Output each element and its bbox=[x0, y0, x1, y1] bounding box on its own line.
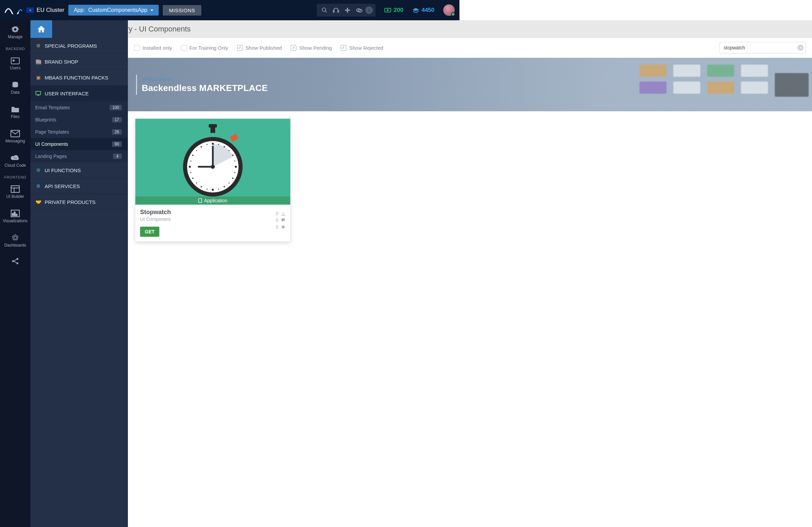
rail-files[interactable]: Files bbox=[0, 100, 30, 125]
filter-label: Show Published bbox=[246, 45, 282, 51]
svg-point-48 bbox=[234, 161, 235, 162]
app-selector[interactable]: App: CustomComponentsApp bbox=[68, 5, 159, 16]
category-label: USER INTERFACE bbox=[45, 91, 89, 97]
sub-blueprints[interactable]: Blueprints17 bbox=[30, 114, 128, 126]
support-icon[interactable] bbox=[331, 5, 341, 15]
card-title: Stopwatch bbox=[140, 209, 171, 216]
svg-rect-20 bbox=[14, 212, 15, 216]
cluster-selector[interactable]: EU Cluster bbox=[26, 7, 64, 14]
sub-page-templates[interactable]: Page Templates26 bbox=[30, 126, 128, 138]
points-stat[interactable]: 4450 bbox=[412, 7, 434, 14]
points-value: 4450 bbox=[422, 7, 434, 14]
missions-button[interactable]: MISSIONS bbox=[163, 5, 201, 16]
rail-cloud-code[interactable]: </> Cloud Code bbox=[0, 149, 30, 173]
rail-dashboards[interactable]: Dashboards bbox=[0, 229, 30, 253]
svg-point-38 bbox=[232, 178, 233, 179]
svg-point-50 bbox=[229, 182, 230, 184]
rail-label: Files bbox=[11, 114, 19, 119]
svg-rect-3 bbox=[338, 11, 339, 13]
category-special-programs[interactable]: ⚙ SPECIAL PROGRAMS bbox=[30, 38, 128, 54]
home-button[interactable] bbox=[30, 20, 52, 38]
category-api-services[interactable]: ⚙ API SERVICES bbox=[30, 178, 128, 194]
svg-point-53 bbox=[196, 182, 197, 184]
category-label: SPECIAL PROGRAMS bbox=[45, 43, 97, 49]
svg-text:</>: </> bbox=[14, 157, 17, 159]
svg-point-36 bbox=[232, 155, 233, 156]
svg-point-24 bbox=[12, 260, 14, 262]
sub-label: Email Templates bbox=[35, 105, 70, 110]
sub-landing-pages[interactable]: Landing Pages4 bbox=[30, 150, 128, 162]
filter-show-pending[interactable]: Show Pending bbox=[291, 45, 332, 51]
monitor-icon bbox=[35, 90, 41, 97]
category-user-interface[interactable]: USER INTERFACE bbox=[30, 86, 128, 101]
gears-icon: ⚙ bbox=[35, 167, 41, 173]
svg-point-43 bbox=[189, 166, 191, 168]
rail-label: Data bbox=[11, 90, 19, 95]
folder-icon bbox=[11, 105, 20, 113]
left-rail: Manage BACKEND Users Data Files Messagin… bbox=[0, 20, 30, 297]
eu-flag-icon bbox=[26, 8, 34, 13]
svg-point-57 bbox=[207, 144, 208, 145]
comment-icon bbox=[281, 218, 286, 223]
user-avatar[interactable] bbox=[443, 4, 455, 16]
category-brand-shop[interactable]: 🏬 BRAND SHOP bbox=[30, 54, 128, 70]
info-icon[interactable]: i bbox=[365, 6, 373, 14]
svg-point-46 bbox=[218, 144, 219, 145]
svg-rect-21 bbox=[16, 214, 17, 216]
sub-count: 17 bbox=[112, 117, 122, 122]
svg-rect-29 bbox=[209, 124, 217, 128]
rail-manage[interactable]: Manage bbox=[0, 20, 30, 45]
rail-users[interactable]: Users bbox=[0, 52, 30, 76]
card-subtitle: UI Component bbox=[140, 217, 171, 222]
star-icon bbox=[281, 224, 286, 229]
handshake-icon: 🤝 bbox=[35, 199, 41, 205]
rail-visualizations[interactable]: Visualizations bbox=[0, 204, 30, 229]
category-label: PRIVATE PRODUCTS bbox=[45, 199, 96, 205]
svg-point-35 bbox=[223, 146, 225, 147]
filter-show-rejected[interactable]: Show Rejected bbox=[341, 45, 383, 51]
layout-icon bbox=[11, 185, 20, 193]
search-icon[interactable] bbox=[319, 5, 330, 15]
graduation-cap-icon bbox=[412, 7, 420, 13]
rail-frontend-header: FRONTEND bbox=[0, 173, 30, 180]
svg-rect-61 bbox=[199, 199, 202, 203]
svg-point-0 bbox=[322, 8, 326, 12]
download-icon bbox=[281, 211, 286, 216]
rail-ui-builder[interactable]: UI Builder bbox=[0, 180, 30, 204]
top-icon-tray: i bbox=[317, 4, 376, 17]
category-mbaas[interactable]: ▣ MBAAS FUNCTION PACKS bbox=[30, 70, 128, 86]
category-private-products[interactable]: 🤝 PRIVATE PRODUCTS bbox=[30, 194, 128, 210]
chat-icon[interactable] bbox=[354, 5, 364, 15]
svg-point-55 bbox=[190, 161, 191, 162]
filter-bar: Installed only For Training Only Show Pu… bbox=[128, 38, 460, 58]
svg-point-47 bbox=[229, 150, 230, 151]
chart-icon bbox=[11, 210, 20, 217]
slack-icon[interactable] bbox=[343, 5, 352, 15]
sub-count: 100 bbox=[110, 105, 122, 110]
filter-training-only[interactable]: For Training Only bbox=[181, 45, 228, 51]
svg-rect-27 bbox=[36, 91, 41, 95]
rail-messaging[interactable]: Messaging bbox=[0, 125, 30, 149]
credits-stat[interactable]: 200 bbox=[385, 7, 403, 14]
sub-email-templates[interactable]: Email Templates100 bbox=[30, 101, 128, 114]
downloads-count: 0 bbox=[276, 211, 278, 216]
banner-welcome: Welcome to bbox=[142, 76, 267, 83]
filter-installed-only[interactable]: Installed only bbox=[134, 45, 172, 51]
svg-point-37 bbox=[235, 166, 237, 168]
get-button[interactable]: GET bbox=[140, 226, 159, 237]
filter-show-published[interactable]: Show Published bbox=[237, 45, 282, 51]
database-icon bbox=[11, 81, 20, 89]
rail-label: Messaging bbox=[5, 139, 25, 143]
svg-marker-23 bbox=[14, 236, 17, 239]
radar-icon bbox=[11, 234, 20, 241]
category-ui-functions[interactable]: ⚙ UI FUNCTIONS bbox=[30, 162, 128, 178]
rail-data[interactable]: Data bbox=[0, 76, 30, 100]
filter-label: Installed only bbox=[142, 45, 172, 51]
marketplace-card[interactable]: Application Stopwatch UI Component GET 0… bbox=[135, 119, 290, 241]
rail-more[interactable] bbox=[0, 253, 30, 269]
rail-label: Manage bbox=[8, 34, 22, 39]
sub-ui-components[interactable]: UI Components90 bbox=[30, 138, 128, 150]
main-area: Installed only For Training Only Show Pu… bbox=[128, 38, 460, 297]
svg-point-60 bbox=[211, 165, 215, 169]
category-label: BRAND SHOP bbox=[45, 59, 78, 64]
